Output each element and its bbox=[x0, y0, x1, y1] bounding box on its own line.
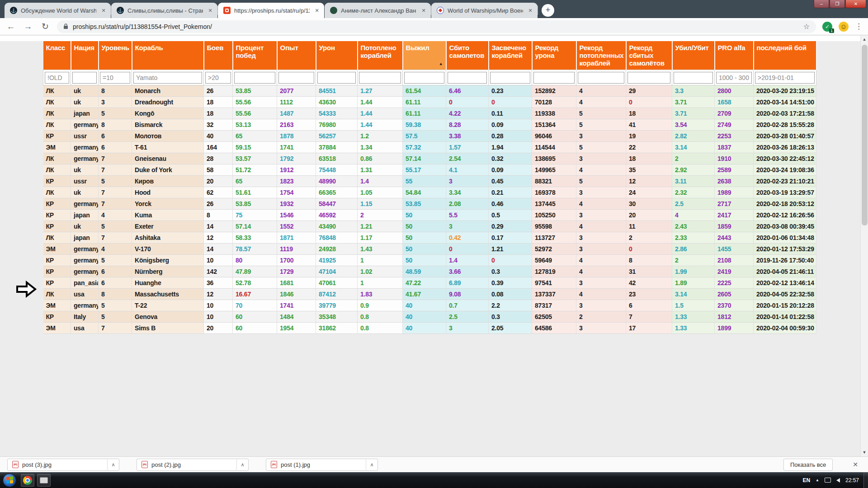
filter-input-ships-sunk[interactable] bbox=[359, 72, 401, 84]
column-header-battles[interactable]: Боев bbox=[204, 41, 233, 70]
filter-input-level[interactable] bbox=[100, 72, 130, 84]
bookmark-star-icon[interactable]: ☆ bbox=[803, 22, 810, 31]
column-header-level[interactable]: Уровень bbox=[99, 41, 132, 70]
cell-record-damage: 114544 bbox=[532, 142, 576, 153]
show-all-downloads-button[interactable]: Показать все bbox=[783, 459, 833, 471]
tray-display-icon[interactable] bbox=[825, 478, 831, 483]
show-desktop-button[interactable] bbox=[863, 472, 868, 488]
scroll-up-icon[interactable]: ▲ bbox=[861, 36, 868, 43]
column-header-planes-downed[interactable]: Сбито самолетов bbox=[446, 41, 489, 70]
extension-icon-smiley[interactable]: ☺ bbox=[839, 22, 849, 32]
column-header-ship[interactable]: Корабль bbox=[132, 41, 204, 70]
close-downloads-shelf-button[interactable]: ✕ bbox=[850, 461, 861, 468]
filter-input-survived[interactable] bbox=[404, 72, 444, 84]
language-indicator[interactable]: EN bbox=[802, 477, 810, 483]
cell-ship: Hood bbox=[132, 187, 204, 198]
filter-input-winrate[interactable] bbox=[234, 72, 275, 84]
lock-icon bbox=[63, 23, 68, 29]
filter-input-nation[interactable] bbox=[72, 72, 97, 84]
minimize-button[interactable]: – bbox=[814, 0, 829, 8]
tab-close-icon[interactable]: ✕ bbox=[100, 7, 107, 14]
cell-last-battle: 2020-03-30 22:45:12 bbox=[754, 153, 816, 164]
filter-input-last-battle[interactable] bbox=[755, 72, 815, 84]
cell-survived: 40 bbox=[403, 323, 446, 334]
cell-spotted: 0.09 bbox=[489, 164, 532, 176]
browser-tab-4[interactable]: Аниме-лист Александр Ванюко✕ bbox=[325, 3, 431, 18]
taskbar-clock[interactable]: 22:57 bbox=[845, 477, 859, 483]
filter-input-record-planes[interactable] bbox=[627, 72, 670, 84]
tray-expand-icon[interactable]: ▲ bbox=[816, 478, 819, 482]
column-header-record-planes[interactable]: Рекорд сбитых самолётов bbox=[626, 41, 672, 70]
column-header-record-damage[interactable]: Рекорд урона bbox=[532, 41, 576, 70]
cell-exp: 1871 bbox=[277, 232, 316, 244]
cell-last-battle: 2020-03-19 13:29:57 bbox=[754, 187, 816, 198]
column-header-damage[interactable]: Урон bbox=[316, 41, 358, 70]
filter-input-pro-alfa[interactable] bbox=[716, 72, 752, 84]
tab-close-icon[interactable]: ✕ bbox=[527, 7, 534, 14]
download-menu-caret-icon[interactable]: ∧ bbox=[236, 459, 248, 471]
tab-close-icon[interactable]: ✕ bbox=[207, 7, 214, 14]
filter-input-kill-death[interactable] bbox=[674, 72, 713, 84]
column-header-nation[interactable]: Нация bbox=[71, 41, 99, 70]
column-header-record-ships-sunk[interactable]: Рекорд потопленных кораблей bbox=[576, 41, 626, 70]
page-scrollbar[interactable]: ▲ ▼ bbox=[860, 36, 868, 456]
column-header-pro-alfa[interactable]: PRO alfa bbox=[715, 41, 754, 70]
cell-ship: T-61 bbox=[132, 142, 204, 153]
column-header-exp[interactable]: Опыт bbox=[277, 41, 316, 70]
browser-tab-1[interactable]: ⚓Обсуждение World of Warships✕ bbox=[5, 3, 111, 18]
download-filename: post (2).jpg bbox=[151, 461, 181, 468]
scroll-down-icon[interactable]: ▼ bbox=[861, 449, 868, 456]
cell-record-planes: 0 bbox=[626, 244, 672, 255]
extension-icon-green[interactable]: ✓ 1 bbox=[822, 22, 832, 32]
taskbar-chrome-button[interactable] bbox=[21, 474, 34, 487]
filter-input-planes-downed[interactable] bbox=[448, 72, 487, 84]
column-header-class[interactable]: Класс bbox=[43, 41, 71, 70]
forward-button[interactable]: → bbox=[23, 22, 33, 32]
filter-input-battles[interactable] bbox=[205, 72, 231, 84]
column-header-spotted[interactable]: Засвечено кораблей bbox=[489, 41, 532, 70]
start-button[interactable] bbox=[3, 474, 16, 487]
taskbar-app-button[interactable] bbox=[37, 474, 51, 487]
column-header-ships-sunk[interactable]: Потоплено кораблей bbox=[358, 41, 403, 70]
cell-ships-sunk: 1.15 bbox=[358, 198, 403, 210]
cell-record-damage: 88321 bbox=[532, 176, 576, 187]
filter-input-record-ships-sunk[interactable] bbox=[578, 72, 624, 84]
scrollbar-thumb[interactable] bbox=[862, 45, 868, 225]
filter-input-class[interactable] bbox=[45, 72, 69, 84]
download-item[interactable]: post (1).jpg∧ bbox=[266, 459, 378, 471]
new-tab-button[interactable]: + bbox=[542, 4, 554, 17]
column-header-kill-death[interactable]: Убил/Убит bbox=[672, 41, 715, 70]
filter-input-spotted[interactable] bbox=[490, 72, 530, 84]
filter-input-record-damage[interactable] bbox=[533, 72, 575, 84]
column-header-last-battle[interactable]: последний бой bbox=[754, 41, 816, 70]
download-item[interactable]: post (2).jpg∧ bbox=[137, 459, 249, 471]
filter-input-damage[interactable] bbox=[317, 72, 356, 84]
cell-class: КР bbox=[43, 255, 71, 266]
cell-class: ЛК bbox=[43, 187, 71, 198]
cell-record-ships-sunk: 3 bbox=[576, 277, 626, 289]
download-item[interactable]: post (3).jpg∧ bbox=[7, 459, 119, 471]
browser-menu-button[interactable]: ⋮ bbox=[855, 22, 863, 31]
download-menu-caret-icon[interactable]: ∧ bbox=[366, 459, 377, 471]
column-header-survived[interactable]: Выжил▲ bbox=[403, 41, 446, 70]
cell-last-battle: 2020-01-06 01:34:48 bbox=[754, 232, 816, 244]
browser-tab-2[interactable]: ⚓Сливы,сливы,сливы - Страница✕ bbox=[111, 3, 217, 18]
download-menu-caret-icon[interactable]: ∧ bbox=[107, 459, 119, 471]
close-window-button[interactable]: ✕ bbox=[845, 0, 866, 8]
cell-record-damage: 151364 bbox=[532, 119, 576, 131]
address-bar[interactable]: proships.ru/stat/ru/p/113881554-Privet_P… bbox=[57, 20, 816, 33]
filter-input-ship[interactable] bbox=[133, 72, 202, 84]
browser-tab-3[interactable]: https://proships.ru/stat/ru/p/113✕ bbox=[218, 3, 324, 18]
reload-button[interactable]: ↻ bbox=[40, 21, 51, 32]
tab-close-icon[interactable]: ✕ bbox=[313, 7, 321, 14]
back-button[interactable]: ← bbox=[5, 22, 16, 32]
column-header-winrate[interactable]: Процент побед bbox=[233, 41, 277, 70]
filter-input-exp[interactable] bbox=[278, 72, 314, 84]
browser-tab-5[interactable]: World of Warships/Мир Военны✕ bbox=[431, 3, 538, 18]
table-row: ЛКgermany7Gneisenau2853.571792635180.865… bbox=[43, 153, 816, 164]
tray-volume-icon[interactable] bbox=[836, 478, 840, 483]
cell-pro-alfa: 2589 bbox=[715, 164, 754, 176]
tab-close-icon[interactable]: ✕ bbox=[420, 7, 427, 14]
maximize-button[interactable]: ❐ bbox=[830, 0, 845, 8]
cell-nation: uk bbox=[71, 164, 99, 176]
